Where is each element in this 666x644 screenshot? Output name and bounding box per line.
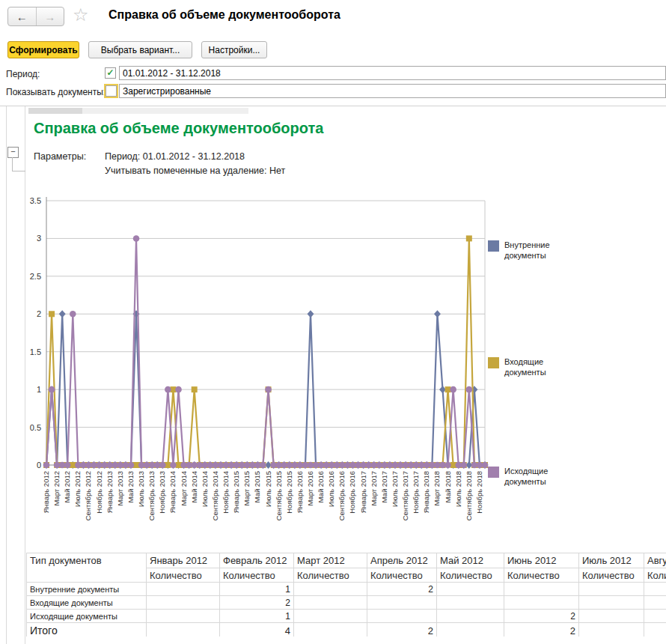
chart-canvas: 00.511.522.533.5Январь 2012Март 2012Май … xyxy=(22,192,565,538)
table-header-month: Июль 2012 xyxy=(579,553,644,568)
period-label: Период: xyxy=(6,69,40,79)
svg-text:Ноябрь 2017: Ноябрь 2017 xyxy=(412,471,420,514)
svg-text:2: 2 xyxy=(37,309,41,318)
svg-text:Сентябрь 2013: Сентябрь 2013 xyxy=(147,471,156,520)
svg-text:Ноябрь 2018: Ноябрь 2018 xyxy=(475,471,483,514)
svg-text:Май 2016: Май 2016 xyxy=(317,471,325,502)
svg-text:Июль 2013: Июль 2013 xyxy=(137,471,145,507)
generate-button[interactable]: Сформировать xyxy=(7,41,79,58)
favorite-star-icon[interactable]: ☆ xyxy=(73,4,89,25)
report-left-border xyxy=(6,106,7,644)
svg-text:Ноябрь 2015: Ноябрь 2015 xyxy=(285,471,293,514)
table-header-row: Тип документовЯнварь 2012Февраль 2012Мар… xyxy=(27,553,666,568)
svg-text:Март 2016: Март 2016 xyxy=(306,471,314,506)
table-cell xyxy=(147,623,220,637)
legend-item: Входящие документы xyxy=(488,356,564,378)
nav-button-group: ← → xyxy=(7,7,64,26)
legend-label-outgoing: Исходящие документы xyxy=(504,466,564,487)
table-cell xyxy=(147,596,220,610)
table-subheader: Количество xyxy=(504,568,579,583)
table-cell: 4 xyxy=(220,623,294,637)
table-cell: 1 xyxy=(220,610,294,623)
svg-text:Январь 2012: Январь 2012 xyxy=(42,471,50,513)
table-cell xyxy=(504,596,579,610)
table-subheader: Количество xyxy=(220,568,294,583)
table-header-month: Июнь 2012 xyxy=(504,553,579,568)
chart-grid: 00.511.522.533.5 xyxy=(30,196,485,470)
table-header-month: Февраль 2012 xyxy=(220,553,294,568)
report-top-divider xyxy=(0,106,666,106)
svg-text:Май 2018: Май 2018 xyxy=(444,471,452,502)
table-row-label: Итого xyxy=(27,623,147,637)
svg-text:Ноябрь 2013: Ноябрь 2013 xyxy=(158,471,166,514)
svg-text:Март 2017: Март 2017 xyxy=(370,471,378,506)
report-table: Тип документовЯнварь 2012Февраль 2012Мар… xyxy=(26,553,666,637)
table-cell xyxy=(437,596,504,610)
svg-text:0.5: 0.5 xyxy=(30,423,41,432)
table-cell xyxy=(579,583,644,596)
svg-text:Июль 2016: Июль 2016 xyxy=(327,471,335,507)
table-cell xyxy=(147,610,220,623)
table-header-month: Август 2012 xyxy=(644,553,666,568)
svg-text:1: 1 xyxy=(37,385,41,394)
svg-text:Январь 2016: Январь 2016 xyxy=(296,471,304,513)
legend-swatch-internal xyxy=(488,240,499,252)
svg-text:Январь 2017: Январь 2017 xyxy=(359,471,367,513)
table-header-month: Январь 2012 xyxy=(147,553,220,568)
table-cell xyxy=(437,623,504,637)
show-docs-label: Показывать документы: xyxy=(6,87,106,97)
table-row: Итого422 xyxy=(27,623,666,637)
table-cell xyxy=(147,583,220,596)
group-bracket xyxy=(12,157,25,171)
chart-x-labels: Январь 2012Март 2012Май 2012Июль 2012Сен… xyxy=(42,465,483,520)
table-cell xyxy=(294,583,367,596)
table-header-month: Май 2012 xyxy=(437,553,504,568)
svg-text:Март 2018: Март 2018 xyxy=(433,471,441,506)
table-subheader: Количество xyxy=(437,568,504,583)
svg-text:Январь 2014: Январь 2014 xyxy=(168,471,177,513)
table-subheader: Количество xyxy=(294,568,367,583)
svg-text:1.5: 1.5 xyxy=(30,347,41,356)
table-subheader: Количество xyxy=(367,568,437,583)
period-input[interactable] xyxy=(119,66,666,80)
svg-text:Январь 2018: Январь 2018 xyxy=(422,471,430,513)
svg-text:Июль 2014: Июль 2014 xyxy=(201,471,209,507)
report-table-region: Тип документовЯнварь 2012Февраль 2012Мар… xyxy=(26,553,666,637)
table-cell: 2 xyxy=(367,623,437,637)
group-header-bar-light xyxy=(82,108,248,114)
table-row: Внутренние документы12 xyxy=(27,583,666,596)
svg-text:3.5: 3.5 xyxy=(30,196,41,205)
back-arrow-icon: ← xyxy=(16,10,28,23)
table-row: Исходящие документы12 xyxy=(27,610,666,623)
table-subheader: Количество xyxy=(644,568,666,583)
show-docs-input[interactable] xyxy=(119,84,666,98)
svg-text:Сентябрь 2012: Сентябрь 2012 xyxy=(84,471,92,520)
show-docs-checkbox[interactable] xyxy=(106,85,117,97)
svg-text:Январь 2015: Январь 2015 xyxy=(232,471,240,513)
svg-text:Сентябрь 2015: Сентябрь 2015 xyxy=(275,471,283,520)
back-button[interactable]: ← xyxy=(8,7,37,25)
svg-text:Июль 2015: Июль 2015 xyxy=(264,471,272,507)
svg-text:Март 2013: Март 2013 xyxy=(116,471,124,506)
table-cell xyxy=(504,583,579,596)
svg-text:Май 2013: Май 2013 xyxy=(126,471,135,502)
table-cell xyxy=(437,583,504,596)
table-cell xyxy=(367,596,437,610)
svg-text:Сентябрь 2014: Сентябрь 2014 xyxy=(211,471,219,520)
period-checkbox[interactable]: ✓ xyxy=(105,67,116,79)
forward-button[interactable]: → xyxy=(37,7,64,25)
svg-text:0: 0 xyxy=(37,461,41,470)
window-title: Справка об объеме документооборота xyxy=(109,8,340,22)
report-param-deleted: Учитывать помеченные на удаление: Нет xyxy=(105,164,285,178)
table-cell xyxy=(437,610,504,623)
table-row: Входящие документы2 xyxy=(27,596,666,610)
choose-variant-button[interactable]: Выбрать вариант... xyxy=(88,41,192,58)
svg-text:Ноябрь 2012: Ноябрь 2012 xyxy=(95,471,103,514)
group-header-bar xyxy=(28,108,82,114)
settings-button[interactable]: Настройки... xyxy=(201,41,267,58)
table-cell xyxy=(367,610,437,623)
svg-text:Ноябрь 2014: Ноябрь 2014 xyxy=(222,471,230,514)
check-icon: ✓ xyxy=(106,67,114,78)
legend-swatch-incoming xyxy=(488,357,499,368)
collapse-group-button[interactable]: − xyxy=(7,147,19,158)
